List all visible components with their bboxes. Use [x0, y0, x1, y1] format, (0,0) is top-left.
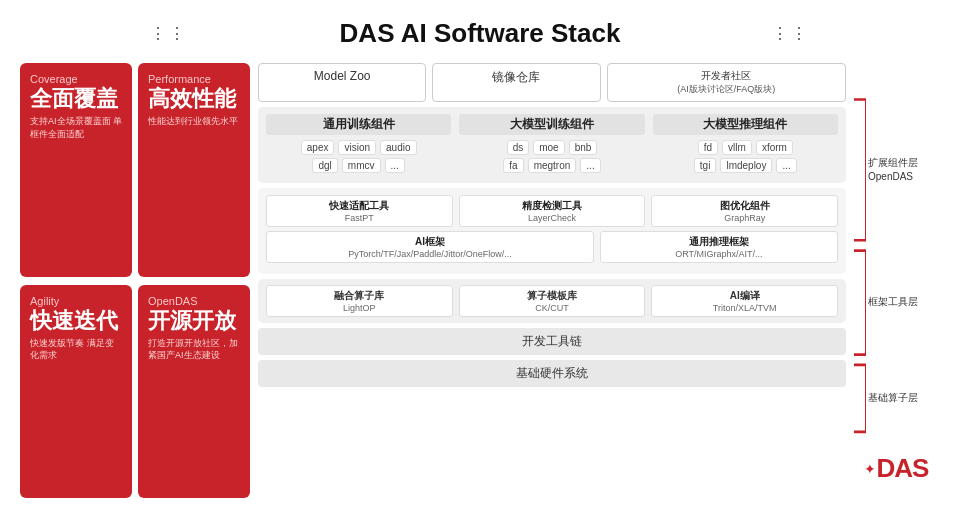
- card-performance: Performance 高效性能 性能达到行业领先水平: [138, 63, 250, 277]
- tags-group-gen-train-r1: apex vision audio: [266, 140, 451, 155]
- card-coverage-label: Coverage: [30, 73, 122, 85]
- card-performance-sub: 性能达到行业领先水平: [148, 115, 240, 128]
- tag-mmcv: mmcv: [342, 158, 381, 173]
- tag-lt-ellipsis: ...: [580, 158, 600, 173]
- card-opendas: OpenDAS 开源开放 打造开源开放社区，加紧国产AI生态建设: [138, 285, 250, 499]
- bracket-extension-icon: [852, 97, 866, 243]
- card-opendas-label: OpenDAS: [148, 295, 240, 307]
- fw-fastpt: 快速适配工具 FastPT: [266, 195, 453, 227]
- fw-frameworks-row: AI框架 PyTorch/TF/Jax/Paddle/Jittor/OneFlo…: [266, 231, 838, 263]
- tag-lmdeploy: lmdeploy: [720, 158, 772, 173]
- link-community[interactable]: 开发者社区(AI版块讨论区/FAQ版块): [607, 63, 846, 102]
- annotation-framework-text: 框架工具层: [868, 295, 918, 309]
- link-mirror[interactable]: 镜像仓库: [432, 63, 600, 102]
- framework-section: 快速适配工具 FastPT 精度检测工具 LayerCheck 图优化组件 Gr…: [258, 188, 846, 274]
- bracket-base-icon: [852, 362, 866, 435]
- section-title-row: 通用训练组件 大模型训练组件 大模型推理组件: [266, 114, 838, 135]
- fw-tools-row: 快速适配工具 FastPT 精度检测工具 LayerCheck 图优化组件 Gr…: [266, 195, 838, 227]
- fw-graphray: 图优化组件 GraphRay: [651, 195, 838, 227]
- card-opendas-sub: 打造开源开放社区，加紧国产AI生态建设: [148, 337, 240, 362]
- dots-left: ⋮⋮: [150, 24, 188, 43]
- card-agility-label: Agility: [30, 295, 122, 307]
- tag-gen-ellipsis: ...: [385, 158, 405, 173]
- card-performance-main: 高效性能: [148, 87, 240, 111]
- card-coverage-sub: 支持AI全场景覆盖面 单框件全面适配: [30, 115, 122, 140]
- base-triton: AI编译 Triton/XLA/TVM: [651, 285, 838, 317]
- hw-bar: 基础硬件系统: [258, 360, 846, 387]
- annotation-extension-text: 扩展组件层OpenDAS: [868, 156, 918, 184]
- col-title-general-train: 通用训练组件: [266, 114, 451, 135]
- base-row: 融合算子库 LightOP 算子模板库 CK/CUT AI编译 Triton/X…: [266, 285, 838, 317]
- left-cards: Coverage 全面覆盖 支持AI全场景覆盖面 单框件全面适配 Perform…: [20, 63, 250, 498]
- fw-ai-framework: AI框架 PyTorch/TF/Jax/Paddle/Jittor/OneFlo…: [266, 231, 594, 263]
- base-section: 融合算子库 LightOP 算子模板库 CK/CUT AI编译 Triton/X…: [258, 279, 846, 323]
- tag-megtron: megtron: [528, 158, 577, 173]
- das-logo-text: DAS: [877, 453, 929, 484]
- tag-vllm: vllm: [722, 140, 752, 155]
- title-row: ⋮⋮ DAS AI Software Stack ⋮⋮: [20, 18, 940, 49]
- card-coverage: Coverage 全面覆盖 支持AI全场景覆盖面 单框件全面适配: [20, 63, 132, 277]
- right-area: Model Zoo 镜像仓库 开发者社区(AI版块讨论区/FAQ版块) 通用训练…: [258, 63, 940, 498]
- tag-apex: apex: [301, 140, 335, 155]
- tag-audio: audio: [380, 140, 416, 155]
- tag-li-ellipsis: ...: [776, 158, 796, 173]
- dev-bar: 开发工具链: [258, 328, 846, 355]
- annotation-base-text: 基础算子层: [868, 391, 918, 405]
- tags-group-gen-train-r2: dgl mmcv ...: [266, 158, 451, 173]
- tags-group-large-train-r1: ds moe bnb: [459, 140, 644, 155]
- annotation-extension: 扩展组件层OpenDAS: [852, 97, 940, 243]
- tag-vision: vision: [338, 140, 376, 155]
- body-area: Coverage 全面覆盖 支持AI全场景覆盖面 单框件全面适配 Perform…: [20, 63, 940, 498]
- tags-group-large-train-r2: fa megtron ...: [459, 158, 644, 173]
- link-model-zoo[interactable]: Model Zoo: [258, 63, 426, 102]
- tag-ds: ds: [507, 140, 530, 155]
- card-opendas-main: 开源开放: [148, 309, 240, 333]
- extension-section: 通用训练组件 大模型训练组件 大模型推理组件 apex vision audio…: [258, 107, 846, 183]
- section-tags-row1: apex vision audio ds moe bnb fd vllm: [266, 140, 838, 155]
- card-coverage-main: 全面覆盖: [30, 87, 122, 111]
- tags-group-large-infer-r1: fd vllm xform: [653, 140, 838, 155]
- cards-bottom: Agility 快速迭代 快速发版节奏 满足变化需求 OpenDAS 开源开放 …: [20, 285, 250, 499]
- das-logo-block: ✦ DAS: [852, 440, 940, 498]
- fw-infer-framework: 通用推理框架 ORT/MIGraphx/AIT/...: [600, 231, 838, 263]
- page: ⋮⋮ DAS AI Software Stack ⋮⋮ Coverage 全面覆…: [0, 0, 960, 512]
- main-title: DAS AI Software Stack: [340, 18, 621, 49]
- base-ckcut: 算子模板库 CK/CUT: [459, 285, 646, 317]
- tag-dgl: dgl: [312, 158, 337, 173]
- tags-group-large-infer-r2: tgi lmdeploy ...: [653, 158, 838, 173]
- dots-right: ⋮⋮: [772, 24, 810, 43]
- base-lightop: 融合算子库 LightOP: [266, 285, 453, 317]
- annotations: 扩展组件层OpenDAS 框架工具层 基础算子层: [852, 63, 940, 498]
- col-title-large-infer: 大模型推理组件: [653, 114, 838, 135]
- card-agility-sub: 快速发版节奏 满足变化需求: [30, 337, 122, 362]
- tag-moe: moe: [533, 140, 564, 155]
- section-tags-row2: dgl mmcv ... fa megtron ... tgi lmdeploy: [266, 158, 838, 173]
- annotation-framework: 框架工具层: [852, 248, 940, 357]
- cards-top: Coverage 全面覆盖 支持AI全场景覆盖面 单框件全面适配 Perform…: [20, 63, 250, 277]
- main-stack: Model Zoo 镜像仓库 开发者社区(AI版块讨论区/FAQ版块) 通用训练…: [258, 63, 846, 498]
- tag-tgi: tgi: [694, 158, 717, 173]
- card-agility: Agility 快速迭代 快速发版节奏 满足变化需求: [20, 285, 132, 499]
- das-star-icon: ✦: [864, 461, 876, 477]
- card-agility-main: 快速迭代: [30, 309, 122, 333]
- tag-fa: fa: [503, 158, 523, 173]
- tag-xform: xform: [756, 140, 793, 155]
- fw-layercheck: 精度检测工具 LayerCheck: [459, 195, 646, 227]
- das-logo: ✦ DAS: [864, 453, 929, 484]
- tag-bnb: bnb: [569, 140, 598, 155]
- annotation-base: 基础算子层: [852, 362, 940, 435]
- top-links: Model Zoo 镜像仓库 开发者社区(AI版块讨论区/FAQ版块): [258, 63, 846, 102]
- card-performance-label: Performance: [148, 73, 240, 85]
- col-title-large-train: 大模型训练组件: [459, 114, 644, 135]
- tag-fd: fd: [698, 140, 718, 155]
- bracket-framework-icon: [852, 248, 866, 357]
